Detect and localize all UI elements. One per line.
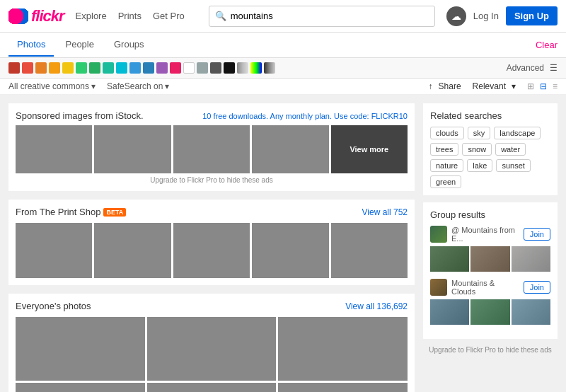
group-name-1[interactable]: @ Mountains from E... (451, 226, 519, 243)
safe-search-filter[interactable]: SafeSearch on ▾ (107, 81, 169, 91)
tabs-bar: Photos People Groups Clear (0, 33, 566, 58)
tag-water[interactable]: water (495, 143, 526, 156)
group-results-section: Group results @ Mountains from E... Join… (423, 202, 558, 339)
print-image-2[interactable] (94, 223, 171, 278)
group-thumb-2b[interactable] (470, 299, 509, 325)
search-bar: 🔍 (209, 6, 435, 27)
swatch-purple[interactable] (156, 62, 168, 74)
nav-get-pro[interactable]: Get Pro (153, 11, 185, 21)
swatch-magenta[interactable] (170, 62, 181, 74)
swatch-multi-color[interactable] (250, 62, 262, 74)
swatch-teal[interactable] (103, 62, 114, 74)
swatch-black[interactable] (224, 62, 235, 74)
header-right: ☁ Log In Sign Up (446, 6, 558, 26)
tag-sky[interactable]: sky (468, 127, 491, 139)
group-header-2: Mountains & Clouds Join (430, 279, 550, 296)
login-button[interactable]: Log In (473, 11, 499, 21)
group-thumb-1b[interactable] (470, 246, 509, 272)
tag-sunset[interactable]: sunset (496, 159, 530, 172)
relevant-label[interactable]: Relevant (473, 81, 506, 91)
view-mosaic-icon[interactable]: ⊟ (540, 81, 547, 91)
group-thumb-2c[interactable] (512, 299, 550, 325)
print-image-5[interactable] (331, 223, 408, 278)
upload-button[interactable]: ☁ (446, 6, 466, 26)
sidebar: Related searches cloudsskylandscapetrees… (423, 103, 558, 392)
swatch-gray[interactable] (197, 62, 208, 74)
share-label[interactable]: Share (439, 81, 461, 91)
license-filter[interactable]: All creative commons ▾ (8, 81, 96, 91)
share-icon: ↑ (429, 81, 433, 91)
group-header-1: @ Mountains from E... Join (430, 226, 550, 243)
search-icon: 🔍 (215, 11, 226, 21)
tag-nature[interactable]: nature (430, 159, 463, 172)
content-area: Sponsored images from iStock. 10 free do… (8, 103, 415, 392)
swatch-red[interactable] (8, 62, 20, 74)
sub-filter-right: ↑ Share Relevant ▾ ⊞ ⊟ ≡ (429, 81, 558, 91)
print-image-3[interactable] (173, 223, 250, 278)
sidebar-upgrade-note: Upgrade to Flickr Pro to hide these ads (423, 346, 558, 354)
advanced-label[interactable]: Advanced (507, 63, 544, 73)
tag-landscape[interactable]: landscape (494, 127, 541, 139)
sponsored-image-1[interactable] (16, 125, 92, 173)
tag-lake[interactable]: lake (467, 159, 492, 172)
clear-button[interactable]: Clear (536, 40, 558, 50)
swatch-white[interactable] (183, 62, 195, 74)
nav-prints[interactable]: Prints (118, 11, 142, 21)
print-image-1[interactable] (16, 223, 92, 278)
nav-explore[interactable]: Explore (76, 11, 107, 21)
group-thumb-2a[interactable] (430, 299, 469, 325)
view-list-icon[interactable]: ≡ (553, 81, 558, 91)
group-name-2[interactable]: Mountains & Clouds (451, 279, 519, 296)
swatch-dark-blue[interactable] (143, 62, 154, 74)
group-thumb-1a[interactable] (430, 246, 469, 272)
tags-container: cloudsskylandscapetreessnowwaternaturela… (430, 127, 550, 188)
sponsored-upgrade-note: Upgrade to Flickr Pro to hide these ads (16, 176, 408, 184)
print-shop-section: From The Print Shop BETA View all 752 (8, 200, 415, 285)
photo-3[interactable] (278, 317, 408, 381)
header: flickr Explore Prints Get Pro 🔍 ☁ Log In… (0, 0, 566, 33)
swatch-peach[interactable] (49, 62, 60, 74)
swatch-blue[interactable] (129, 62, 141, 74)
group-avatar-2 (430, 279, 447, 296)
signup-button[interactable]: Sign Up (506, 6, 558, 25)
group-thumb-1c[interactable] (512, 246, 550, 272)
swatch-lime[interactable] (76, 62, 87, 74)
group-item-2: Mountains & Clouds Join (430, 279, 550, 325)
photo-1[interactable] (16, 317, 145, 381)
view-grid-icon[interactable]: ⊞ (527, 81, 534, 91)
tab-photos[interactable]: Photos (8, 33, 54, 57)
tab-people[interactable]: People (57, 33, 102, 57)
swatch-green[interactable] (89, 62, 100, 74)
tag-snow[interactable]: snow (462, 143, 492, 156)
sponsored-promo[interactable]: 10 free downloads. Any monthly plan. Use… (202, 112, 408, 120)
tag-clouds[interactable]: clouds (430, 127, 464, 139)
print-image-4[interactable] (252, 223, 328, 278)
swatch-cyan[interactable] (116, 62, 127, 74)
filter-right: Advanced ☰ (507, 63, 558, 73)
photo-4[interactable] (16, 383, 145, 392)
swatch-orange-red[interactable] (22, 62, 33, 74)
flickr-logo-icon (8, 6, 28, 26)
swatch-bw[interactable] (264, 62, 275, 74)
swatch-dark-gray[interactable] (210, 62, 221, 74)
print-shop-view-all[interactable]: View all 752 (362, 207, 408, 217)
photo-5[interactable] (147, 383, 277, 392)
menu-icon[interactable]: ☰ (550, 63, 558, 73)
photo-6[interactable] (278, 383, 408, 392)
swatch-yellow[interactable] (62, 62, 74, 74)
join-button-1[interactable]: Join (524, 228, 550, 241)
photo-2[interactable] (147, 317, 277, 381)
everyones-photos-view-all[interactable]: View all 136,692 (345, 301, 408, 311)
sponsored-image-2[interactable] (94, 125, 171, 173)
sponsored-image-3[interactable] (173, 125, 250, 173)
tag-green[interactable]: green (430, 175, 461, 188)
swatch-gray-scale[interactable] (237, 62, 248, 74)
sponsored-image-4[interactable] (252, 125, 328, 173)
sponsored-image-5[interactable]: View more (331, 125, 408, 173)
tag-trees[interactable]: trees (430, 143, 458, 156)
join-button-2[interactable]: Join (524, 281, 550, 294)
view-more-overlay[interactable]: View more (331, 125, 408, 173)
search-input[interactable] (231, 11, 429, 21)
swatch-orange[interactable] (35, 62, 47, 74)
tab-groups[interactable]: Groups (105, 33, 153, 57)
